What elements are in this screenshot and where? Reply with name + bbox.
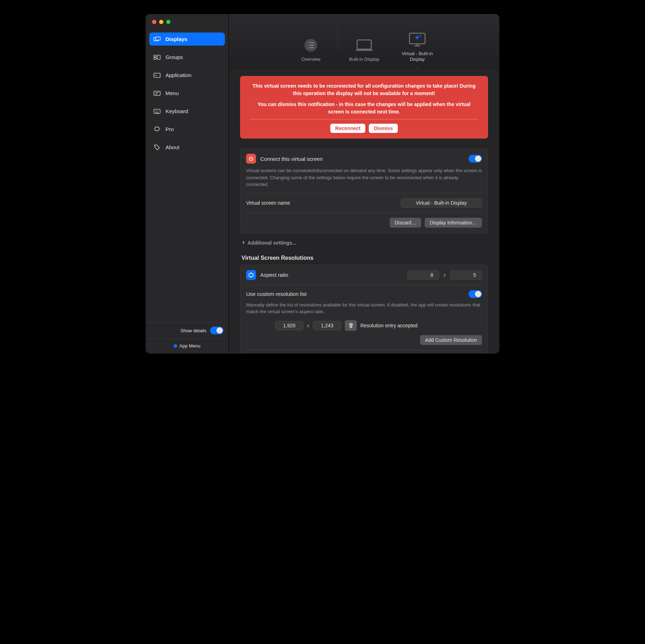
sidebar-item-label: Displays: [165, 36, 187, 42]
sidebar-item-label: Menu: [165, 90, 179, 96]
window-controls: [146, 14, 228, 31]
application-icon: [153, 72, 161, 78]
trash-icon: [348, 323, 354, 328]
close-window-button[interactable]: [152, 20, 156, 24]
sidebar-item-pro[interactable]: Pro: [149, 123, 225, 136]
divider: [246, 193, 482, 193]
minimize-window-button[interactable]: [159, 20, 163, 24]
sidebar-item-displays[interactable]: Displays: [149, 33, 225, 46]
sidebar-item-application[interactable]: Application: [149, 69, 225, 82]
svg-rect-1: [156, 37, 160, 40]
displays-icon: [153, 36, 161, 42]
menu-icon: [153, 90, 161, 96]
main-panel: Overview Built-in Display Virtual - Buil…: [229, 14, 499, 353]
resolution-status: Resolution entry accepted: [360, 323, 418, 328]
maximize-window-button[interactable]: [166, 20, 170, 24]
tab-virtual-display[interactable]: Virtual - Built-in Display: [391, 31, 444, 69]
sidebar: Displays Groups Application Menu: [146, 14, 229, 353]
dismiss-button[interactable]: Dismiss: [369, 124, 398, 133]
resolutions-card: Aspect ratio x Use custom resolution lis…: [240, 265, 488, 354]
custom-list-label: Use custom resolution list: [246, 291, 307, 297]
connect-card: Connect this virtual screen Virtual scre…: [240, 148, 488, 234]
banner-text-1: This virtual screen needs to be reconnec…: [250, 82, 478, 97]
screen-name-input[interactable]: [401, 198, 482, 207]
custom-list-toggle[interactable]: [469, 290, 482, 298]
tab-label: Virtual - Built-in Display: [394, 51, 440, 63]
tab-label: Built-in Display: [349, 57, 379, 62]
svg-point-7: [156, 75, 157, 75]
keyboard-icon: [153, 109, 161, 114]
sidebar-nav: Displays Groups Application Menu: [146, 31, 228, 322]
svg-rect-14: [249, 274, 253, 276]
x-separator: x: [307, 323, 309, 328]
discard-button[interactable]: Discard…: [390, 218, 421, 228]
aspect-width-input[interactable]: [407, 270, 439, 280]
aspect-ratio-icon: [246, 270, 256, 280]
app-window: Displays Groups Application Menu: [146, 14, 499, 353]
svg-rect-4: [157, 55, 160, 59]
sidebar-item-label: About: [165, 144, 179, 150]
svg-point-10: [156, 146, 156, 146]
x-separator: x: [443, 272, 446, 278]
display-tabs: Overview Built-in Display Virtual - Buil…: [229, 14, 499, 69]
sidebar-item-menu[interactable]: Menu: [149, 87, 225, 100]
tab-builtin-display[interactable]: Built-in Display: [338, 37, 391, 69]
sidebar-footer: Show details App Menu: [146, 322, 228, 353]
banner-text-2: You can dismiss this notification - in t…: [250, 101, 478, 116]
svg-rect-12: [357, 40, 371, 49]
svg-rect-8: [154, 91, 160, 95]
add-resolution-button[interactable]: Add Custom Resolution: [420, 335, 482, 345]
banner-divider: [250, 119, 478, 119]
chevron-right-icon: [242, 240, 245, 246]
sidebar-item-groups[interactable]: Groups: [149, 51, 225, 64]
additional-settings-toggle[interactable]: Additional settings...: [242, 240, 488, 246]
svg-point-6: [155, 75, 156, 75]
divider: [246, 212, 482, 213]
sidebar-item-label: Keyboard: [165, 108, 188, 114]
sidebar-item-label: Pro: [165, 126, 174, 132]
divider: [246, 285, 482, 285]
display-info-button[interactable]: Display Information…: [425, 218, 482, 228]
aspect-height-input[interactable]: [450, 270, 482, 280]
resolution-entry-row: x Resolution entry accepted: [246, 320, 482, 331]
active-tab-pointer: [414, 65, 421, 69]
power-icon: [246, 154, 256, 164]
aspect-ratio-label: Aspect ratio: [260, 272, 288, 278]
resolution-height-input[interactable]: [313, 321, 341, 330]
tag-icon: [153, 145, 161, 150]
svg-rect-2: [154, 55, 156, 57]
virtual-display-icon: [407, 31, 427, 48]
pro-icon: [153, 127, 161, 132]
sidebar-item-keyboard[interactable]: Keyboard: [149, 105, 225, 118]
tab-overview[interactable]: Overview: [284, 37, 337, 69]
connect-title: Connect this virtual screen: [260, 156, 323, 162]
groups-icon: [153, 54, 161, 60]
app-menu-button[interactable]: App Menu: [146, 339, 228, 353]
resolutions-heading: Virtual Screen Resolutions: [242, 255, 488, 261]
reconnect-button[interactable]: Reconnect: [330, 124, 366, 133]
connect-help: Virtual screens can be connected/disconn…: [246, 167, 482, 188]
resolution-width-input[interactable]: [275, 321, 303, 330]
svg-rect-3: [154, 58, 156, 59]
app-menu-icon: [174, 344, 177, 348]
laptop-icon: [354, 37, 374, 54]
custom-list-help: Manually define the list of resolutions …: [246, 301, 482, 315]
overview-icon: [301, 37, 321, 54]
additional-settings-label: Additional settings...: [248, 240, 296, 246]
show-details-row: Show details: [146, 322, 228, 339]
delete-resolution-button[interactable]: [345, 320, 357, 331]
sidebar-item-label: Groups: [165, 54, 183, 60]
connect-toggle[interactable]: [469, 155, 482, 163]
divider: [246, 350, 482, 350]
screen-name-label: Virtual screen name: [246, 200, 290, 206]
sidebar-item-label: Application: [165, 72, 191, 78]
tab-label: Overview: [301, 57, 320, 62]
content-area: This virtual screen needs to be reconnec…: [229, 69, 499, 353]
app-menu-label: App Menu: [179, 343, 200, 349]
sidebar-item-about[interactable]: About: [149, 141, 225, 154]
show-details-label: Show details: [180, 328, 207, 333]
reconnect-banner: This virtual screen needs to be reconnec…: [240, 76, 488, 139]
show-details-toggle[interactable]: [210, 327, 223, 334]
